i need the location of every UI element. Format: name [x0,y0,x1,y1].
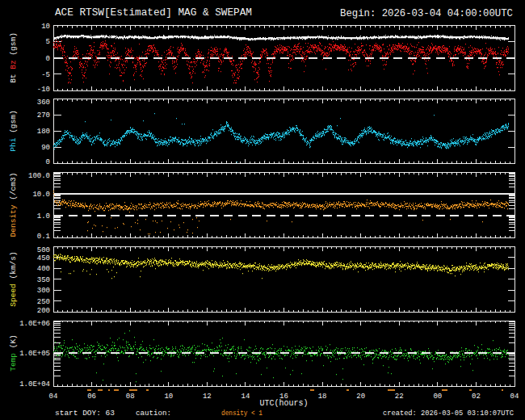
svg-text:0: 0 [46,55,50,63]
svg-text:UTC(hours): UTC(hours) [259,399,308,408]
svg-text:Bt Bz (gsm): Bt Bz (gsm) [9,32,18,83]
svg-text:02: 02 [472,393,481,401]
svg-text:10: 10 [164,393,173,401]
svg-text:300: 300 [37,287,50,295]
svg-text:created: 2026-03-05 03:10:07UT: created: 2026-03-05 03:10:07UTC [383,410,514,418]
svg-text:04: 04 [510,393,519,401]
svg-text:Phi (gsm): Phi (gsm) [9,110,18,151]
svg-text:density < 1: density < 1 [221,410,262,418]
svg-text:04: 04 [49,393,58,401]
svg-text:ACE RTSW[Estimated] MAG & SWEP: ACE RTSW[Estimated] MAG & SWEPAM [55,7,252,19]
svg-text:Density (/cm3): Density (/cm3) [9,173,18,237]
svg-text:1.0E+06: 1.0E+06 [19,320,50,328]
svg-text:14: 14 [241,393,250,401]
svg-text:-10: -10 [37,86,50,94]
svg-text:250: 250 [37,298,50,306]
svg-text:20: 20 [356,393,365,401]
svg-text:start DOY: 63: start DOY: 63 [55,410,115,418]
svg-text:10: 10 [41,23,50,31]
svg-text:200: 200 [37,307,50,315]
svg-text:0: 0 [46,158,50,166]
svg-text:Begin: 2026-03-04 04:00:00UTC: Begin: 2026-03-04 04:00:00UTC [340,8,513,19]
svg-text:90: 90 [41,144,50,152]
svg-text:180: 180 [37,128,50,136]
svg-text:350: 350 [37,276,50,284]
svg-text:0.1: 0.1 [37,233,50,241]
svg-text:06: 06 [87,393,96,401]
svg-text:22: 22 [395,393,404,401]
svg-text:1.0E+05: 1.0E+05 [19,350,50,358]
svg-text:270: 270 [37,111,50,120]
svg-text:08: 08 [126,393,135,401]
svg-text:450: 450 [37,254,50,262]
svg-text:00: 00 [433,393,442,401]
svg-text:1.0: 1.0 [37,212,50,220]
svg-text:5: 5 [46,38,50,46]
svg-text:500: 500 [37,246,50,254]
svg-text:Speed (km/s): Speed (km/s) [9,251,18,306]
svg-text:12: 12 [203,393,212,401]
svg-text:18: 18 [318,393,327,401]
svg-text:400: 400 [37,265,50,273]
svg-text:-5: -5 [41,71,50,79]
svg-text:1.0E+04: 1.0E+04 [19,380,50,388]
svg-text:10.0: 10.0 [32,191,50,199]
svg-text:100.0: 100.0 [28,172,50,180]
svg-text:caution:: caution: [136,410,171,418]
svg-text:360: 360 [37,99,50,107]
svg-text:Temp (K): Temp (K) [9,334,18,372]
